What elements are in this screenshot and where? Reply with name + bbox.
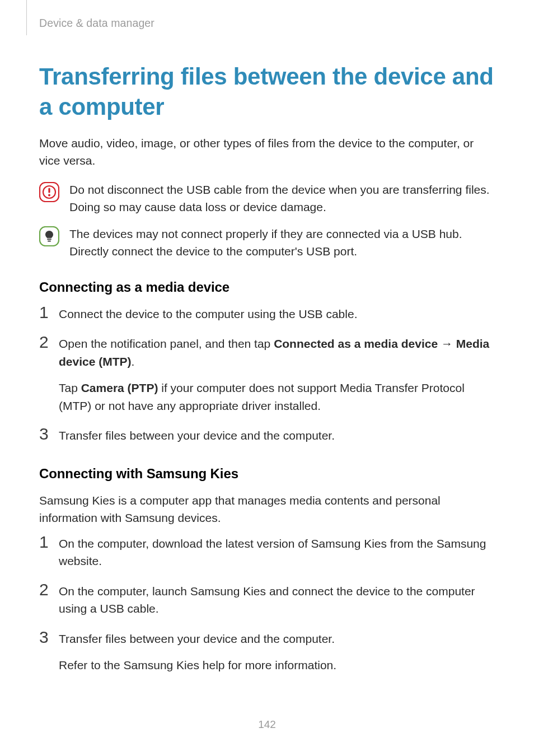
- section2-step3: 3 Transfer files between your device and…: [39, 630, 495, 674]
- svg-rect-2: [48, 188, 50, 193]
- intro-paragraph: Move audio, video, image, or other types…: [39, 134, 495, 170]
- step-number: 1: [39, 534, 51, 550]
- step-text: On the computer, download the latest ver…: [59, 535, 495, 570]
- note-text: The devices may not connect properly if …: [69, 225, 495, 260]
- note-callout: The devices may not connect properly if …: [39, 225, 495, 260]
- ui-label: Camera (PTP): [81, 381, 158, 394]
- page-title: Transferring files between the device an…: [39, 62, 495, 122]
- ui-label: Connected as a media device: [274, 337, 438, 350]
- step-number: 2: [39, 334, 51, 351]
- section2-step1: 1 On the computer, download the latest v…: [39, 535, 495, 570]
- step-body: Transfer files between your device and t…: [59, 630, 495, 674]
- page: Device & data manager Transferring files…: [0, 0, 534, 756]
- step-text: Open the notification panel, and then ta…: [59, 335, 495, 370]
- step-body: Open the notification panel, and then ta…: [59, 335, 495, 414]
- svg-rect-6: [48, 240, 51, 241]
- caution-icon: [39, 182, 59, 202]
- step-number: 1: [39, 304, 51, 321]
- step-text: On the computer, launch Samsung Kies and…: [59, 582, 495, 618]
- note-icon: [39, 226, 59, 246]
- step-number: 3: [39, 426, 51, 442]
- step-body: Transfer files between your device and t…: [59, 427, 495, 445]
- step-text-extra: Tap Camera (PTP) if your computer does n…: [59, 379, 495, 414]
- section1-step1: 1 Connect the device to the computer usi…: [39, 305, 495, 323]
- section1-step2: 2 Open the notification panel, and then …: [39, 335, 495, 414]
- svg-rect-5: [47, 239, 51, 240]
- step-number: 3: [39, 629, 51, 646]
- step-text: Transfer files between your device and t…: [59, 427, 495, 445]
- svg-point-3: [48, 194, 50, 196]
- section1-heading: Connecting as a media device: [39, 279, 495, 295]
- section2-step2: 2 On the computer, launch Samsung Kies a…: [39, 582, 495, 618]
- step-number: 2: [39, 581, 51, 598]
- section1-step3: 3 Transfer files between your device and…: [39, 427, 495, 445]
- breadcrumb: Device & data manager: [39, 17, 154, 30]
- page-number: 142: [0, 718, 534, 731]
- step-text-extra: Refer to the Samsung Kies help for more …: [59, 656, 495, 674]
- section2-heading: Connecting with Samsung Kies: [39, 466, 495, 482]
- caution-text: Do not disconnect the USB cable from the…: [69, 181, 495, 216]
- step-text: Transfer files between your device and t…: [59, 630, 495, 648]
- header-vertical-rule: [26, 0, 27, 35]
- step-text: Connect the device to the computer using…: [59, 305, 495, 323]
- content-area: Transferring files between the device an…: [39, 62, 495, 687]
- section2-intro: Samsung Kies is a computer app that mana…: [39, 492, 495, 527]
- step-body: On the computer, launch Samsung Kies and…: [59, 582, 495, 618]
- step-body: Connect the device to the computer using…: [59, 305, 495, 323]
- caution-callout: Do not disconnect the USB cable from the…: [39, 181, 495, 216]
- step-body: On the computer, download the latest ver…: [59, 535, 495, 570]
